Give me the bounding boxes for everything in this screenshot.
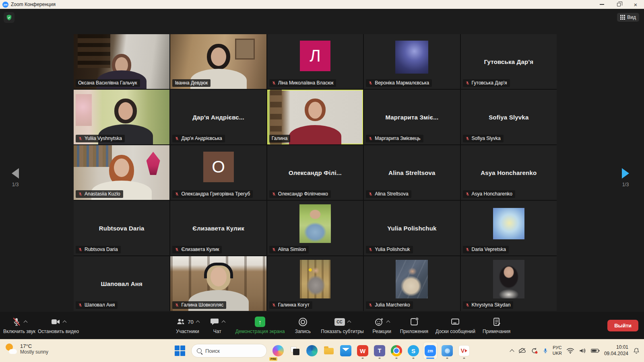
taskbar-app-folder[interactable] [322,342,336,360]
language-indicator[interactable]: РУС UKR [553,345,562,356]
participant-tile[interactable]: Rubtsova DariaRubtsova Daria [74,201,169,255]
participant-name-center: Asya Honcharenko [461,169,557,176]
stop-video-button[interactable]: Остановить видео [38,317,79,334]
chat-options-chevron[interactable] [221,321,225,325]
notes-button[interactable]: Примечания [483,317,510,334]
taskbar-search[interactable]: Поиск [191,344,267,358]
participant-tile[interactable]: Alina StreltsovaAlina Streltsova [364,145,460,200]
onedrive-paused-icon[interactable] [518,348,526,354]
view-button[interactable]: Вид [617,13,639,22]
gallery-next-page[interactable]: 1/3 [613,168,638,187]
clock[interactable]: 10:01 09.04.2024 [604,344,628,357]
audio-options-chevron[interactable] [24,321,28,325]
participant-tile[interactable]: Julia Marchenko [364,256,460,311]
participant-name-label: Галина Шовкопляс [172,301,226,309]
notification-bell-icon[interactable]: z [633,347,640,354]
volume-icon[interactable] [579,348,586,354]
apps-button[interactable]: Приложения [400,317,428,334]
wifi-icon[interactable] [566,348,574,354]
system-tray: РУС UKR 10:01 09.04.2024 z [510,339,640,362]
security-shield-button[interactable] [4,12,14,23]
participant-tile[interactable]: Yuliia Vyshnytska [74,90,169,144]
close-button[interactable]: × [627,0,644,9]
restore-button[interactable] [610,0,627,9]
whiteboards-button[interactable]: Доски сообщений [436,317,475,334]
tray-mic-icon[interactable] [543,347,548,354]
muted-mic-icon [175,247,179,252]
reactions-button[interactable]: Реакции [371,317,393,334]
taskbar-app-copilot[interactable]: PRE [271,342,285,360]
leave-meeting-button[interactable]: Выйти [607,320,638,331]
sync-alert-icon[interactable] [530,347,538,354]
participant-tile[interactable]: Олександр Філі...Олександр Філіпченко [267,145,363,200]
participant-tile[interactable]: Шаповал АняШаповал Аня [74,256,169,311]
photos-icon [442,345,453,356]
taskbar-weather-widget[interactable]: 17°C Mostly sunny [5,343,48,355]
participant-tile[interactable]: Єлизавета КуликЄлизавета Кулик [170,201,266,255]
participant-tile[interactable]: Галина [267,90,363,144]
apps-label: Приложения [400,329,428,334]
participant-tile[interactable]: Маргарита Зміє...Маргарита Змієвець [364,90,460,144]
gallery-prev-page[interactable]: 1/3 [3,168,27,187]
captions-options-chevron[interactable] [347,321,351,325]
taskbar-app-mail[interactable] [339,342,353,360]
participant-tile[interactable]: Вероніка Мармалєвська [364,34,460,89]
participant-tile[interactable]: Галина Шовкопляс [170,256,266,311]
participant-tile[interactable]: Оксана Василівна Гальчук [74,34,169,89]
reactions-options-chevron[interactable] [386,321,390,325]
participant-tile[interactable]: Гутовська Дар'яГутовська Дар'я [461,34,557,89]
participant-tile[interactable]: Галинка Когут [267,256,363,311]
participants-options-chevron[interactable] [196,321,200,325]
taskbar-app-wps[interactable]: W [355,342,370,360]
record-label: Запись [295,329,311,334]
taskbar-app-zoom[interactable]: zm [423,342,438,360]
zoom-icon: zm [425,345,436,356]
participant-tile[interactable]: Sofiya SlyvkaSofiya Slyvka [461,90,557,144]
participant-name-label: Іванна Девдюк [172,79,211,87]
mail-icon [340,345,351,356]
battery-charging-icon[interactable] [591,348,600,354]
participant-tile[interactable]: Asya HoncharenkoAsya Honcharenko [461,145,557,200]
muted-mic-icon [78,192,83,196]
participant-name-label: Alina Streltsova [366,190,411,198]
taskbar-app-photos[interactable] [440,342,454,360]
taskbar-app-wpsv[interactable]: V [457,342,471,360]
unmute-button[interactable]: Включить звук [3,317,35,334]
participant-tile[interactable]: ООлександра Григорівна Трегуб [170,145,266,200]
participant-tile[interactable]: Anastasiia Kuzlo [74,145,169,200]
taskbar-app-teams[interactable]: T [372,342,387,360]
participant-tile[interactable]: Daria Vepretska [461,201,557,255]
participant-name-label: Єлизавета Кулик [172,246,222,253]
taskbar-app-chrome[interactable] [389,342,404,360]
tray-overflow-chevron[interactable] [510,349,514,354]
captions-button[interactable]: CC Показать субтитры [321,317,363,334]
participants-button[interactable]: 70 Участники [176,317,199,334]
taskbar-app-edge[interactable] [305,342,319,360]
record-button[interactable]: Запись [292,317,314,334]
chat-button[interactable]: Чат [206,317,228,334]
taskbar-app-skype[interactable]: S [406,342,421,360]
participant-name-label: Гутовська Дар'я [463,79,510,87]
participant-tile[interactable]: Іванна Девдюк [170,34,266,89]
notes-label: Примечания [483,329,510,334]
share-screen-button[interactable]: ↑ Демонстрация экрана [235,317,285,334]
muted-mic-icon [465,192,470,196]
screen: zm Zoom Конференция × Вид 1/3 1/3 Оксана… [0,0,644,362]
taskbar-app-taskview[interactable] [288,342,302,360]
participant-name-center: Yulia Polishchuk [364,225,460,232]
start-button[interactable] [173,342,187,360]
minimize-button[interactable] [593,0,610,9]
participant-name-label: Дар'я Андрієвська [172,135,225,142]
participant-name-label: Asya Honcharenko [463,190,515,198]
unmute-label: Включить звук [3,329,35,334]
participant-tile[interactable]: Khrystyna Skydan [461,256,557,311]
captions-icon: CC [334,318,345,326]
participant-gallery: Оксана Василівна ГальчукІванна ДевдюкЛЛі… [74,34,557,311]
video-options-chevron[interactable] [63,321,67,325]
chat-icon [210,317,219,327]
participant-tile[interactable]: Yulia PolishchukYulia Polishchuk [364,201,460,255]
participant-tile[interactable]: Дар'я Андрієвс...Дар'я Андрієвська [170,90,266,144]
participant-tile[interactable]: Alina Simiion [267,201,363,255]
participant-tile[interactable]: ЛЛіна Миколаївна Власюк [267,34,363,89]
participant-name-label: Олександра Григорівна Трегуб [172,190,253,198]
